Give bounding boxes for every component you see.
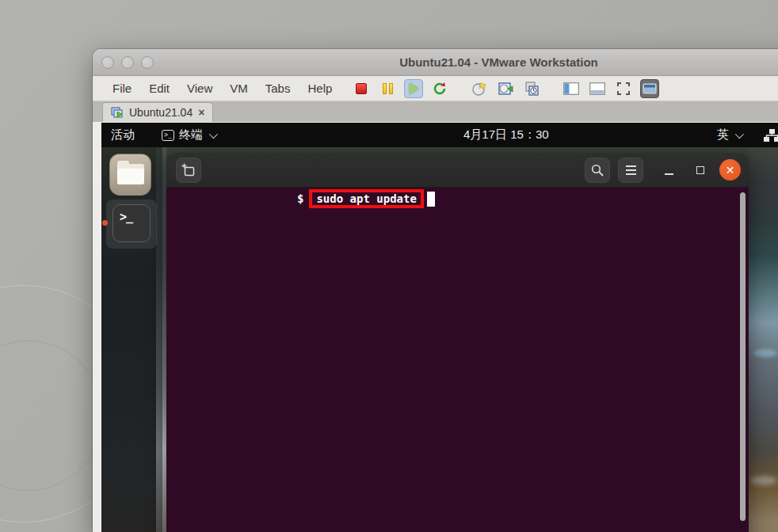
thumbnail-bar-icon[interactable] <box>588 79 607 98</box>
host-desktop: { "vmware": { "title": "Ubuntu21.04 - VM… <box>0 0 778 532</box>
window-title: Ubuntu21.04 - VMware Workstation <box>93 55 778 69</box>
console-view-icon[interactable] <box>640 79 659 98</box>
new-tab-button[interactable] <box>176 158 201 183</box>
reset-icon[interactable] <box>430 79 449 98</box>
minimize-button[interactable] <box>656 158 681 183</box>
take-snapshot-icon[interactable] <box>470 79 489 98</box>
terminal-app-icon: >_ <box>162 130 174 141</box>
maximize-button[interactable] <box>688 158 713 183</box>
snapshot-manager-icon[interactable] <box>522 79 541 98</box>
menu-help[interactable]: Help <box>299 82 341 95</box>
vmware-workstation-window: Ubuntu21.04 - VMware Workstation File Ed… <box>93 49 778 532</box>
activities-button[interactable]: 活动 <box>111 123 135 147</box>
network-icon <box>763 128 778 142</box>
fullscreen-icon[interactable] <box>614 79 633 98</box>
search-button[interactable] <box>585 158 610 183</box>
power-off-icon[interactable] <box>352 79 371 98</box>
gnome-topbar: 活动 >_ 终端 4月17日 15：30 英 <box>101 123 778 147</box>
vm-display: 活动 >_ 终端 4月17日 15：30 英 <box>101 123 778 532</box>
clock-label: 4月17日 15：30 <box>463 127 549 142</box>
app-menu-button[interactable]: >_ 终端 <box>162 123 215 147</box>
vmware-menubar: File Edit View VM Tabs Help <box>93 76 778 101</box>
dock: >_ <box>101 147 162 532</box>
menu-view[interactable]: View <box>178 82 221 95</box>
vmware-titlebar[interactable]: Ubuntu21.04 - VMware Workstation <box>93 49 778 76</box>
vmware-toolbar <box>352 79 659 98</box>
close-button[interactable]: ✕ <box>719 159 741 180</box>
app-menu-label: 终端 <box>179 127 203 142</box>
close-icon: ✕ <box>726 165 735 176</box>
chevron-down-icon <box>735 129 744 138</box>
tab-label: Ubuntu21.04 <box>129 106 193 119</box>
revert-snapshot-icon[interactable] <box>496 79 515 98</box>
chevron-down-icon <box>209 129 218 138</box>
highlighted-command: sudo apt update <box>309 189 423 208</box>
tab-close-icon[interactable]: × <box>198 107 204 118</box>
vm-tab-icon <box>111 107 124 119</box>
network-status-button[interactable] <box>763 123 778 147</box>
terminal-icon: >_ <box>113 204 151 242</box>
dock-item-files[interactable] <box>106 150 157 200</box>
minimize-icon <box>665 173 673 175</box>
maximize-icon <box>696 166 704 174</box>
terminal-body[interactable]: $ sudo apt update <box>166 188 749 532</box>
new-tab-icon <box>181 162 196 178</box>
close-window-button[interactable] <box>101 56 114 69</box>
input-method-button[interactable]: 英 <box>717 123 742 147</box>
window-controls <box>101 56 154 69</box>
pause-icon[interactable] <box>378 79 397 98</box>
zoom-window-button[interactable] <box>141 56 154 69</box>
tab-ubuntu2104[interactable]: Ubuntu21.04 × <box>102 102 213 122</box>
input-method-label: 英 <box>717 127 729 142</box>
minimize-window-button[interactable] <box>121 56 134 69</box>
menu-button[interactable] <box>618 158 643 183</box>
terminal-cursor <box>427 192 435 207</box>
play-icon[interactable] <box>404 79 423 98</box>
menu-edit[interactable]: Edit <box>140 82 178 95</box>
files-icon <box>109 154 151 196</box>
ubuntu-desktop: >_ <box>101 147 778 532</box>
terminal-scrollbar[interactable] <box>740 192 746 521</box>
library-panel-icon[interactable] <box>562 79 581 98</box>
search-icon <box>590 163 604 177</box>
dock-item-terminal[interactable]: >_ <box>106 200 157 249</box>
hamburger-icon <box>626 165 636 175</box>
menu-vm[interactable]: VM <box>221 82 257 95</box>
terminal-command-line: $ sudo apt update <box>166 189 435 208</box>
menu-file[interactable]: File <box>104 82 140 95</box>
gnome-terminal-window: ✕ $ sudo apt update <box>166 153 749 532</box>
terminal-headerbar[interactable]: ✕ <box>166 153 749 188</box>
menu-tabs[interactable]: Tabs <box>257 82 299 95</box>
running-indicator <box>102 220 108 226</box>
vmware-tabbar: Ubuntu21.04 × <box>93 101 778 122</box>
wallpaper-hippo <box>749 147 778 532</box>
activities-label: 活动 <box>111 127 135 142</box>
clock-button[interactable]: 4月17日 15：30 <box>463 123 549 147</box>
shell-prompt: $ <box>297 192 303 205</box>
